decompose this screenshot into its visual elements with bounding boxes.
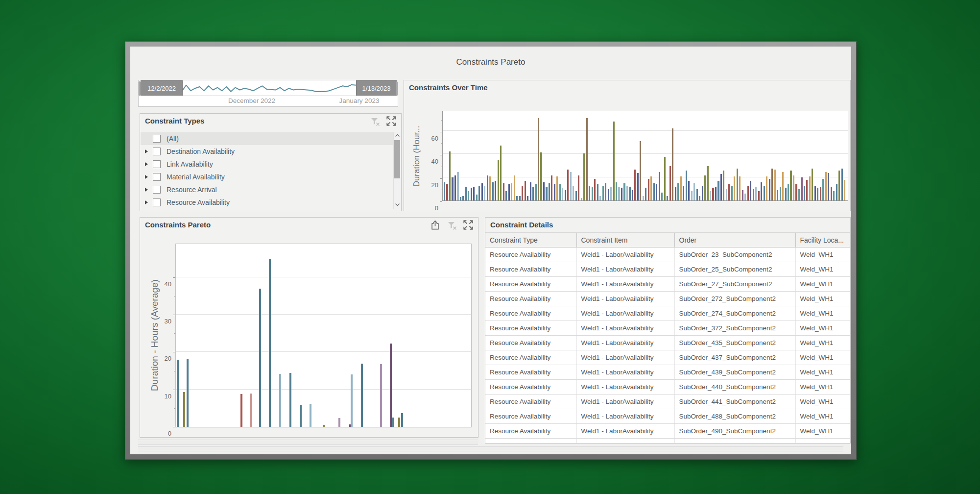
over-time-bar xyxy=(643,196,644,200)
over-time-bar xyxy=(691,191,693,200)
table-row[interactable]: Resource AvailabilityWeld1 - LaborAvaila… xyxy=(485,395,850,409)
table-cell: Resource Availability xyxy=(485,292,576,306)
table-cell: Resource Availability xyxy=(485,306,576,321)
over-time-bar xyxy=(465,187,467,200)
expand-icon[interactable] xyxy=(386,116,397,127)
tree-caret-icon[interactable] xyxy=(145,200,148,204)
over-time-bar xyxy=(589,186,590,200)
tree-caret-icon[interactable] xyxy=(145,162,148,166)
expand-icon[interactable] xyxy=(463,220,474,231)
pareto-bar xyxy=(259,289,261,427)
over-time-bar xyxy=(744,194,746,200)
date-range-track[interactable]: 12/2/2022 1/13/2023 xyxy=(139,80,398,97)
checkbox[interactable] xyxy=(153,135,161,143)
over-time-bar xyxy=(710,191,711,200)
over-time-bar xyxy=(766,176,767,200)
over-time-bar xyxy=(570,172,572,200)
over-time-bar xyxy=(583,153,585,200)
constraints-over-time-title: Constraints Over Time xyxy=(409,83,488,92)
constraint-details-title: Constraint Details xyxy=(490,221,553,229)
table-row[interactable]: Resource AvailabilityWeld1 - LaborAvaila… xyxy=(485,247,850,262)
over-time-bar xyxy=(452,177,453,200)
table-cell: Weld1 - LaborAvailability xyxy=(576,350,674,365)
table-row[interactable]: Resource AvailabilityWeld1 - LaborAvaila… xyxy=(485,380,850,395)
over-time-bar xyxy=(825,172,827,200)
table-row[interactable]: Resource AvailabilityWeld1 - LaborAvaila… xyxy=(485,350,850,365)
constraint-type-row[interactable]: Material Availability xyxy=(141,171,393,183)
table-row[interactable]: Resource AvailabilityWeld1 - LaborAvaila… xyxy=(485,424,850,439)
horizontal-scrollbar[interactable] xyxy=(138,446,843,451)
table-cell: Weld1 - LaborAvailability xyxy=(576,321,674,336)
over-time-bar xyxy=(726,189,727,200)
table-cell: Weld_WH1 xyxy=(795,262,850,277)
column-header-order[interactable]: Order xyxy=(674,233,795,247)
range-end-handle[interactable]: 1/13/2023 xyxy=(356,80,397,97)
over-time-bar xyxy=(817,188,818,200)
table-cell: Resource Availability xyxy=(485,247,576,262)
checkbox[interactable] xyxy=(153,173,161,181)
over-time-bar xyxy=(608,189,609,200)
table-row[interactable]: Resource AvailabilityWeld1 - LaborAvaila… xyxy=(485,439,850,444)
table-row[interactable]: Resource AvailabilityWeld1 - LaborAvaila… xyxy=(485,365,850,380)
date-range-slider[interactable]: 12/2/2022 1/13/2023 December 2022 Januar… xyxy=(138,80,398,107)
range-start-handle[interactable]: 12/2/2022 xyxy=(141,80,183,97)
over-time-bar xyxy=(769,179,770,200)
over-time-bar xyxy=(605,183,606,200)
table-cell: Resource Availability xyxy=(485,350,576,365)
table-row[interactable]: Resource AvailabilityWeld1 - LaborAvaila… xyxy=(485,336,850,350)
over-time-bar xyxy=(468,191,469,200)
table-cell: Weld_WH1 xyxy=(795,409,850,424)
over-time-bar xyxy=(462,196,464,200)
over-time-bar xyxy=(704,175,706,200)
scroll-up-icon[interactable] xyxy=(394,132,401,139)
range-right-bracket[interactable] xyxy=(396,81,398,96)
y-tick-label: 0 xyxy=(155,430,171,437)
export-icon[interactable] xyxy=(430,220,441,231)
checkbox[interactable] xyxy=(153,148,161,155)
column-header-constraint-item[interactable]: Constraint Item xyxy=(576,233,674,247)
horizontal-scrollbar[interactable] xyxy=(138,440,478,445)
over-time-bar xyxy=(806,180,808,200)
tree-caret-icon[interactable] xyxy=(145,149,148,153)
checkbox[interactable] xyxy=(153,160,161,168)
over-time-bar xyxy=(734,176,735,200)
types-scrollbar[interactable] xyxy=(393,132,401,209)
table-row[interactable]: Resource AvailabilityWeld1 - LaborAvaila… xyxy=(485,292,850,306)
over-time-bar xyxy=(492,182,494,200)
month-label-december: December 2022 xyxy=(183,96,321,106)
table-row[interactable]: Resource AvailabilityWeld1 - LaborAvaila… xyxy=(485,262,850,277)
filter-clear-icon[interactable] xyxy=(447,220,457,231)
over-time-bar xyxy=(650,176,652,200)
constraints-over-time-panel: Constraints Over Time Duration (Hour... … xyxy=(404,80,851,211)
constraint-type-row[interactable]: (All) xyxy=(141,132,393,145)
constraint-type-row[interactable]: Destination Availability xyxy=(141,145,393,158)
constraint-type-label: Material Availability xyxy=(167,173,225,181)
filter-clear-icon[interactable] xyxy=(370,116,381,127)
month-label-row: December 2022 January 2023 xyxy=(139,96,398,106)
over-time-bar xyxy=(559,184,561,200)
table-row[interactable]: Resource AvailabilityWeld1 - LaborAvaila… xyxy=(485,321,850,336)
over-time-bar xyxy=(750,181,751,200)
tree-caret-icon[interactable] xyxy=(145,188,148,192)
checkbox[interactable] xyxy=(153,186,161,194)
table-row[interactable]: Resource AvailabilityWeld1 - LaborAvaila… xyxy=(485,306,850,321)
table-cell: SubOrder_551_SubComponent2 xyxy=(674,439,795,444)
checkbox[interactable] xyxy=(153,198,161,206)
over-time-bar xyxy=(675,187,676,200)
table-cell: Resource Availability xyxy=(485,424,576,439)
table-row[interactable]: Resource AvailabilityWeld1 - LaborAvaila… xyxy=(485,409,850,424)
table-cell: Weld1 - LaborAvailability xyxy=(576,262,674,277)
constraint-type-row[interactable]: Link Availability xyxy=(141,158,393,171)
table-cell: Weld_WH1 xyxy=(795,277,850,292)
tree-caret-icon[interactable] xyxy=(145,175,148,179)
constraint-type-row[interactable]: Resource Availability xyxy=(141,196,393,209)
over-time-bar xyxy=(578,175,579,200)
over-time-bar xyxy=(661,193,663,200)
column-header-constraint-type[interactable]: Constraint Type xyxy=(485,233,576,247)
constraint-type-row[interactable]: Resource Arrival xyxy=(141,183,393,196)
scrollbar-thumb[interactable] xyxy=(394,140,400,178)
table-row[interactable]: Resource AvailabilityWeld1 - LaborAvaila… xyxy=(485,277,850,292)
column-header-facility-location[interactable]: Facility Loca... xyxy=(795,233,850,247)
scroll-down-icon[interactable] xyxy=(394,202,401,209)
range-end-label: 1/13/2023 xyxy=(362,85,391,92)
